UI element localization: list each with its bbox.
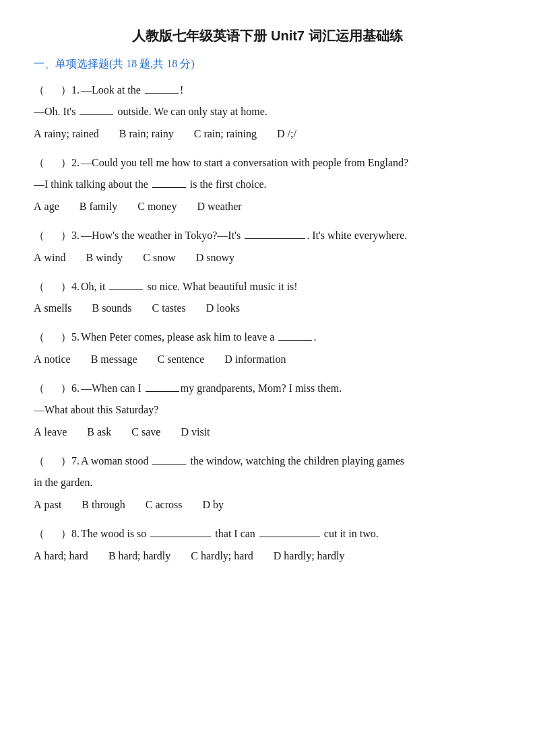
question-6: （ ）6. —When can I my grandparents, Mom? … — [34, 379, 501, 442]
question-4: （ ）4. Oh, it so nice. What beautiful mus… — [34, 277, 501, 319]
q4-optC: C tastes — [152, 299, 186, 318]
q5-optC: C sentence — [158, 350, 205, 370]
q7-optD: D by — [202, 495, 224, 515]
q8-optD: D hardly; hardly — [274, 547, 345, 566]
q5-optA: A notice — [34, 350, 71, 370]
q1-optC: C rain; raining — [194, 125, 257, 144]
q1-paren: （ ）1. — [34, 81, 81, 100]
question-1: （ ）1. —Look at the ! —Oh. It's outside. … — [34, 81, 501, 144]
question-2: （ ）2. —Could you tell me how to start a … — [34, 153, 501, 217]
q8-optA: A hard; hard — [34, 547, 88, 566]
q2-text2: —I think talking about the is the first … — [34, 178, 267, 190]
q6-optC: C save — [131, 423, 160, 442]
section-header: 一、单项选择题(共 18 题,共 18 分) — [34, 57, 501, 71]
q6-optD: D visit — [181, 423, 210, 442]
q6-optB: B ask — [87, 423, 111, 442]
q2-optB: B family — [80, 197, 117, 217]
q4-paren: （ ）4. — [34, 277, 81, 297]
q2-text1: —Could you tell me how to start a conver… — [81, 153, 408, 173]
q1-optB: B rain; rainy — [119, 125, 174, 144]
q7-optA: A past — [34, 495, 61, 515]
q2-paren: （ ）2. — [34, 153, 81, 173]
q7-optC: C across — [146, 495, 183, 515]
q5-optD: D information — [224, 350, 286, 370]
q5-text1: When Peter comes, please ask him to leav… — [81, 328, 316, 347]
q5-paren: （ ）5. — [34, 328, 81, 347]
q6-optA: A leave — [34, 423, 67, 442]
q4-optD: D looks — [206, 299, 240, 318]
q7-optB: B through — [82, 495, 125, 515]
q7-text1: A woman stood the window, watching the c… — [81, 452, 404, 471]
q3-paren: （ ）3. — [34, 226, 81, 246]
q6-text2: —What about this Saturday? — [34, 404, 158, 415]
page-title: 人教版七年级英语下册 Unit7 词汇运用基础练 — [34, 27, 501, 45]
q1-optA: A rainy; rained — [34, 125, 99, 144]
q4-text1: Oh, it so nice. What beautiful music it … — [81, 277, 298, 297]
q3-optD: D snowy — [196, 248, 234, 268]
q7-text2: in the garden. — [34, 477, 93, 488]
q1-text1: —Look at the ! — [81, 81, 183, 100]
q3-optC: C snow — [143, 248, 175, 268]
q8-optC: C hardly; hard — [191, 547, 253, 566]
q2-optD: D weather — [197, 197, 241, 217]
q8-paren: （ ）8. — [34, 524, 81, 544]
q1-optD: D /;/ — [277, 125, 296, 144]
q7-paren: （ ）7. — [34, 452, 81, 471]
q4-optA: A smells — [34, 299, 71, 318]
question-5: （ ）5. When Peter comes, please ask him t… — [34, 328, 501, 370]
question-8: （ ）8. The wood is so that I can cut it i… — [34, 524, 501, 566]
q8-optB: B hard; hardly — [108, 547, 170, 566]
q4-optB: B sounds — [92, 299, 131, 318]
question-3: （ ）3. —How's the weather in Tokyo?—It's … — [34, 226, 501, 268]
q2-optA: A age — [34, 197, 59, 217]
q6-text1: —When can I my grandparents, Mom? I miss… — [81, 379, 342, 399]
question-7: （ ）7. A woman stood the window, watching… — [34, 452, 501, 515]
q6-paren: （ ）6. — [34, 379, 81, 399]
q3-optA: A wind — [34, 248, 66, 268]
q3-text1: —How's the weather in Tokyo?—It's . It's… — [81, 226, 407, 246]
q1-text2: —Oh. It's outside. We can only stay at h… — [34, 106, 268, 117]
q5-optB: B message — [91, 350, 137, 370]
q8-text1: The wood is so that I can cut it in two. — [81, 524, 379, 544]
q3-optB: B windy — [86, 248, 123, 268]
q2-optC: C money — [137, 197, 177, 217]
